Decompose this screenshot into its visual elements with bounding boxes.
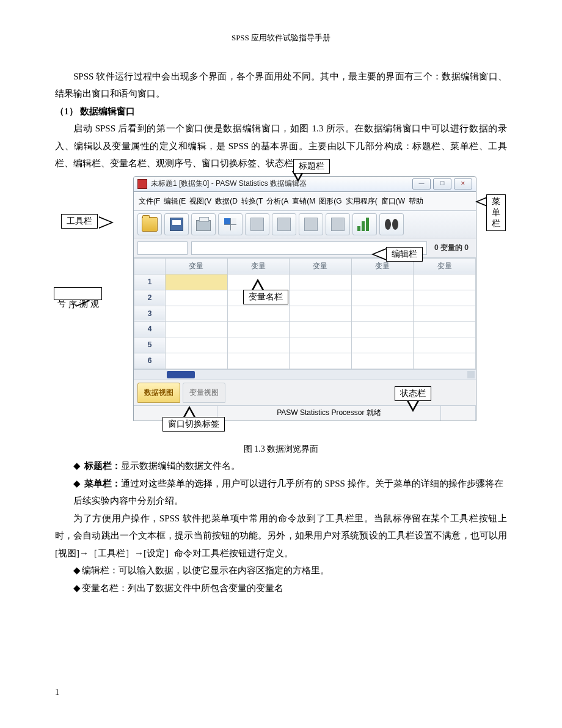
callout-title-bar: 标题栏 <box>293 159 330 174</box>
data-grid[interactable]: 变量 变量 变量 变量 变量 1 2 3 4 5 6 <box>134 258 476 380</box>
callout-varname-bar: 变量名栏 <box>243 290 288 304</box>
row-number[interactable]: 2 <box>134 290 166 306</box>
bullet-edit-bar: 编辑栏：可以输入数据，以使它显示在内容区指定的方格里。 <box>73 562 507 579</box>
edit-bar: 0 变量的 0 <box>134 238 476 258</box>
callout-menu-bar: 菜单栏 <box>486 194 506 232</box>
section-1-title: （1） 数据编辑窗口 <box>55 103 507 120</box>
row-number[interactable]: 3 <box>134 306 166 322</box>
close-button[interactable]: ✕ <box>454 178 472 189</box>
callout-edit-bar: 编辑栏 <box>386 247 423 262</box>
menu-direct[interactable]: 直销(M <box>291 194 316 209</box>
column-header[interactable]: 变量 <box>290 259 352 274</box>
app-icon <box>137 179 147 189</box>
table-row: 4 <box>134 322 476 337</box>
menu-data[interactable]: 数据(D <box>214 194 239 209</box>
table-row: 6 <box>134 353 476 369</box>
column-header[interactable]: 变量 <box>166 259 228 274</box>
section-1-paragraph: 启动 SPSS 后看到的第一个窗口便是数据编辑窗口，如图 1.3 所示。在数据编… <box>55 120 507 172</box>
tab-variable-view[interactable]: 变量视图 <box>183 383 225 403</box>
callout-tool-bar: 工具栏 <box>61 214 98 229</box>
menu-edit[interactable]: 编辑(E <box>162 194 187 209</box>
spss-window: 未标题1 [数据集0] - PASW Statistics 数据编辑器 — ☐ … <box>133 176 476 421</box>
tab-data-view[interactable]: 数据视图 <box>137 383 180 403</box>
figure-caption: 图 1.3 数据浏览界面 <box>55 441 507 458</box>
row-number[interactable]: 6 <box>134 353 166 369</box>
chart-button[interactable] <box>352 213 377 235</box>
page-number: 1 <box>55 685 59 701</box>
intro-paragraph: SPSS 软件运行过程中会出现多个界面，各个界面用处不同。其中，最主要的界面有三… <box>55 68 507 103</box>
menu-file[interactable]: 文件(F <box>137 194 161 209</box>
variables-button[interactable] <box>326 213 350 235</box>
table-row: 3 <box>134 306 476 322</box>
menu-utilities[interactable]: 实用程序( <box>345 194 379 209</box>
variable-count-label: 0 变量的 0 <box>431 241 472 255</box>
table-row: 1 <box>134 274 476 290</box>
horizontal-scrollbar[interactable] <box>134 369 476 380</box>
column-header[interactable]: 变量 <box>227 259 290 274</box>
bullet-menu-bar: 菜单栏：通过对这些菜单的选择，用户可以进行几乎所有的 SPSS 操作。关于菜单的… <box>73 475 507 510</box>
callout-view-tabs: 窗口切换标签 <box>162 417 225 432</box>
callout-status-bar: 状态栏 <box>395 386 431 401</box>
print-button[interactable] <box>191 213 216 235</box>
document-header: SPSS 应用软件试验指导手册 <box>55 31 507 46</box>
menu-graphs[interactable]: 图形(G <box>318 194 343 209</box>
table-row: 2 <box>134 290 476 306</box>
menu-view[interactable]: 视图(V <box>188 194 213 209</box>
menu-analyze[interactable]: 分析(A <box>265 194 290 209</box>
callout-row-num: 观测序号 <box>54 287 102 300</box>
tool-bar <box>134 211 476 238</box>
maximize-button[interactable]: ☐ <box>433 178 451 189</box>
cell-reference-input[interactable] <box>137 241 188 255</box>
row-number[interactable]: 4 <box>134 322 166 337</box>
table-row: 5 <box>134 337 476 353</box>
row-number[interactable]: 1 <box>134 274 166 290</box>
menu-window[interactable]: 窗口(W <box>380 194 406 209</box>
menu-bar: 文件(F 编辑(E 视图(V 数据(D 转换(T 分析(A 直销(M 图形(G … <box>134 192 476 211</box>
open-button[interactable] <box>137 213 162 235</box>
menu-transform[interactable]: 转换(T <box>240 194 264 209</box>
window-title-text: 未标题1 [数据集0] - PASW Statistics 数据编辑器 <box>151 177 409 191</box>
row-number[interactable]: 5 <box>134 337 166 353</box>
undo-button[interactable] <box>245 213 269 235</box>
window-titlebar[interactable]: 未标题1 [数据集0] - PASW Statistics 数据编辑器 — ☐ … <box>134 177 476 192</box>
toolbar-paragraph: 为了方便用户操作，SPSS 软件把菜单项中常用的命令放到了工具栏里。当鼠标停留在… <box>55 510 507 562</box>
grid-corner <box>134 259 166 274</box>
bullet-varname-bar: 变量名栏：列出了数据文件中所包含变量的变量名 <box>73 579 507 597</box>
find-button[interactable] <box>379 213 404 235</box>
dialog-recall-button[interactable] <box>218 213 243 235</box>
menu-help[interactable]: 帮助 <box>407 194 425 209</box>
column-header[interactable]: 变量 <box>414 259 476 274</box>
bullet-title-bar: 标题栏：显示数据编辑的数据文件名。 <box>73 457 507 475</box>
minimize-button[interactable]: — <box>412 178 431 189</box>
goto-button[interactable] <box>299 213 323 235</box>
cell-selected[interactable] <box>166 274 228 290</box>
redo-button[interactable] <box>272 213 296 235</box>
save-button[interactable] <box>164 213 189 235</box>
